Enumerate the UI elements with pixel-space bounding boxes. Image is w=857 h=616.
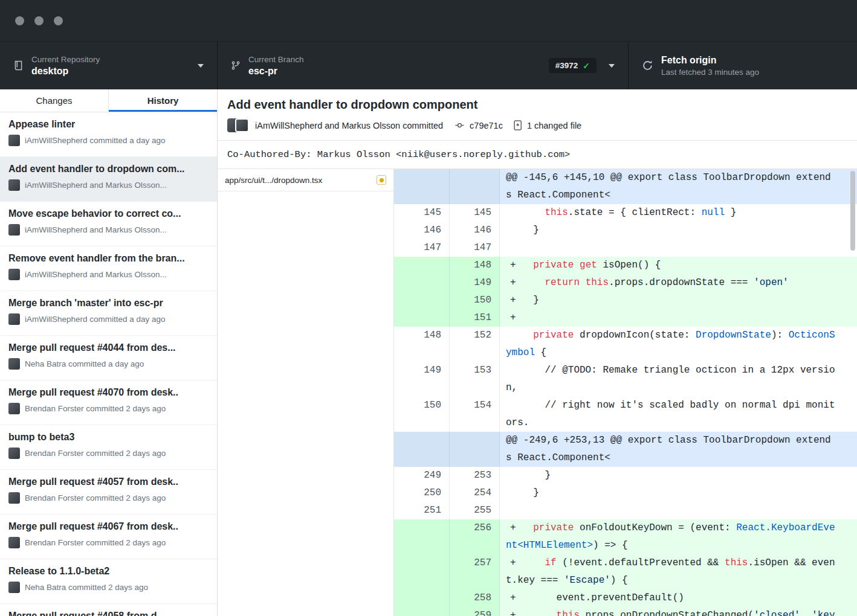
diff-code: + private onFoldoutKeyDown = (event: Rea… — [500, 519, 857, 554]
commit-list-item[interactable]: Release to 1.1.0-beta2Neha Batra committ… — [0, 559, 217, 604]
diff-context-line: 149153 // @TODO: Remake triangle octicon… — [394, 362, 857, 397]
commit-meta-text: Brendan Forster committed 2 days ago — [25, 404, 166, 413]
new-line-number — [450, 169, 500, 204]
commit-title: bump to beta3 — [8, 432, 209, 443]
commit-meta-text: Brendan Forster committed 2 days ago — [25, 538, 166, 547]
diff-context-line: 146146 } — [394, 222, 857, 239]
hunk-text: @@ -249,6 +253,13 @@ export class Toolba… — [506, 435, 831, 463]
diff-marker: + — [506, 607, 522, 616]
old-line-number — [394, 554, 450, 589]
sidebar: ChangesHistory Appease linteriAmWillShep… — [0, 89, 218, 616]
commit-title: Merge pull request #4057 from desk.. — [8, 476, 209, 487]
diff-code: } — [500, 484, 857, 502]
old-line-number: 150 — [394, 397, 450, 432]
diff-code — [500, 502, 857, 519]
old-line-number — [394, 292, 450, 309]
old-line-number — [394, 432, 450, 467]
commit-meta: iAmWillShepherd committed a day ago — [8, 313, 209, 325]
modified-dot — [380, 178, 384, 182]
pr-number-badge[interactable]: #3972 ✓ — [549, 58, 597, 73]
changed-files-panel: app/src/ui/t.../dropdown.tsx — [218, 169, 394, 616]
commit-list-item[interactable]: Merge pull request #4057 from desk..Bren… — [0, 470, 217, 515]
diff-code: } — [500, 222, 857, 239]
new-line-number: 154 — [450, 397, 500, 432]
commit-list-item[interactable]: Merge pull request #4044 from des...Neha… — [0, 336, 217, 380]
diff-code: // right now it's scaled badly on normal… — [500, 397, 857, 432]
new-line-number: 151 — [450, 309, 500, 327]
chevron-down-icon — [198, 64, 204, 68]
commit-author-avatar — [8, 269, 20, 280]
titlebar — [0, 0, 857, 41]
commit-list-item[interactable]: Merge pull request #4058 from d... — [0, 604, 217, 616]
commit-list-item[interactable]: Appease linteriAmWillShepherd committed … — [0, 112, 217, 157]
new-line-number: 255 — [450, 502, 500, 519]
diff-added-line: 150+ } — [394, 292, 857, 309]
commit-meta-text: Neha Batra committed a day ago — [25, 359, 144, 368]
close-button[interactable] — [15, 16, 24, 25]
new-line-number: 152 — [450, 327, 500, 362]
repository-text: Current Repository desktop — [31, 55, 100, 77]
diff-context-line: 150154 // right now it's scaled badly on… — [394, 397, 857, 432]
commit-list-item[interactable]: Move escape behavior to correct co...iAm… — [0, 202, 217, 246]
diff-added-line: 259+ this.props.onDropdownStateChanged('… — [394, 607, 857, 616]
file-path: app/src/ui/t.../dropdown.tsx — [225, 176, 322, 185]
branch-name: esc-pr — [248, 66, 304, 77]
fetch-origin-button[interactable]: Fetch origin Last fetched 3 minutes ago — [629, 42, 857, 89]
diff-code — [500, 239, 857, 257]
changed-file-item[interactable]: app/src/ui/t.../dropdown.tsx — [218, 169, 393, 191]
commit-meta-text: iAmWillShepherd and Markus Olsson... — [25, 270, 167, 279]
diff-marker: + — [506, 519, 522, 537]
current-branch-button[interactable]: Current Branch esc-pr #3972 ✓ — [218, 42, 629, 89]
sidebar-tabs: ChangesHistory — [0, 89, 217, 112]
tab-history[interactable]: History — [108, 89, 217, 112]
diff-marker: + — [506, 589, 522, 607]
branch-label: Current Branch — [248, 55, 304, 64]
commit-list-item[interactable]: Merge branch 'master' into esc-priAmWill… — [0, 291, 217, 336]
old-line-number: 148 — [394, 327, 450, 362]
new-line-number: 146 — [450, 222, 500, 239]
diff-code: // @TODO: Remake triangle octicon in a 1… — [500, 362, 857, 397]
commit-meta: Neha Batra committed 2 days ago — [8, 582, 209, 593]
diff-code: + } — [500, 292, 857, 309]
old-line-number: 250 — [394, 484, 450, 502]
maximize-button[interactable] — [54, 16, 63, 25]
pr-number: #3972 — [555, 61, 578, 70]
commit-title: Merge pull request #4070 from desk.. — [8, 387, 209, 398]
commit-meta-row: iAmWillShepherd and Markus Olsson commit… — [227, 118, 847, 132]
diff-scrollbar-thumb[interactable] — [850, 171, 855, 251]
old-line-number — [394, 519, 450, 554]
diff-context-line: 251255 — [394, 502, 857, 519]
diff-marker: + — [506, 309, 522, 327]
new-line-number: 253 — [450, 467, 500, 484]
new-line-number: 258 — [450, 589, 500, 607]
minimize-button[interactable] — [34, 16, 44, 25]
commit-list-item[interactable]: bump to beta3Brendan Forster committed 2… — [0, 425, 217, 470]
old-line-number: 149 — [394, 362, 450, 397]
commit-author-avatar — [8, 403, 20, 414]
commit-author-avatar — [8, 358, 20, 370]
current-repository-button[interactable]: Current Repository desktop — [0, 42, 218, 89]
commit-list-item[interactable]: Merge pull request #4067 from desk..Bren… — [0, 515, 217, 559]
old-line-number — [394, 274, 450, 292]
changed-files-count: 1 changed file — [527, 121, 581, 130]
diff-marker: + — [506, 292, 522, 309]
diff-added-line: 149+ return this.props.dropdownState ===… — [394, 274, 857, 292]
pr-status-check-icon: ✓ — [583, 62, 590, 70]
commit-list-item[interactable]: Add event handler to dropdown com...iAmW… — [0, 157, 217, 202]
commit-meta: iAmWillShepherd and Markus Olsson... — [8, 224, 209, 236]
commit-list-item[interactable]: Remove event handler from the bran...iAm… — [0, 246, 217, 291]
diff-context-line: 249253 } — [394, 467, 857, 484]
diff-added-line: 258+ event.preventDefault() — [394, 589, 857, 607]
commit-title: Add event handler to dropdown com... — [8, 164, 209, 175]
main-panel: Add event handler to dropdown component … — [218, 89, 857, 616]
diff-added-line: 257+ if (!event.defaultPrevented && this… — [394, 554, 857, 589]
tab-changes[interactable]: Changes — [0, 89, 108, 112]
commit-title: Merge pull request #4044 from des... — [8, 342, 209, 353]
commit-meta-text: iAmWillShepherd and Markus Olsson... — [25, 225, 167, 234]
diff-context-line: 250254 } — [394, 484, 857, 502]
sync-icon — [642, 60, 653, 71]
commit-list-item[interactable]: Merge pull request #4070 from desk..Bren… — [0, 380, 217, 425]
commit-meta-text: iAmWillShepherd committed a day ago — [25, 315, 166, 324]
app-body: ChangesHistory Appease linteriAmWillShep… — [0, 89, 857, 616]
new-line-number: 259 — [450, 607, 500, 616]
